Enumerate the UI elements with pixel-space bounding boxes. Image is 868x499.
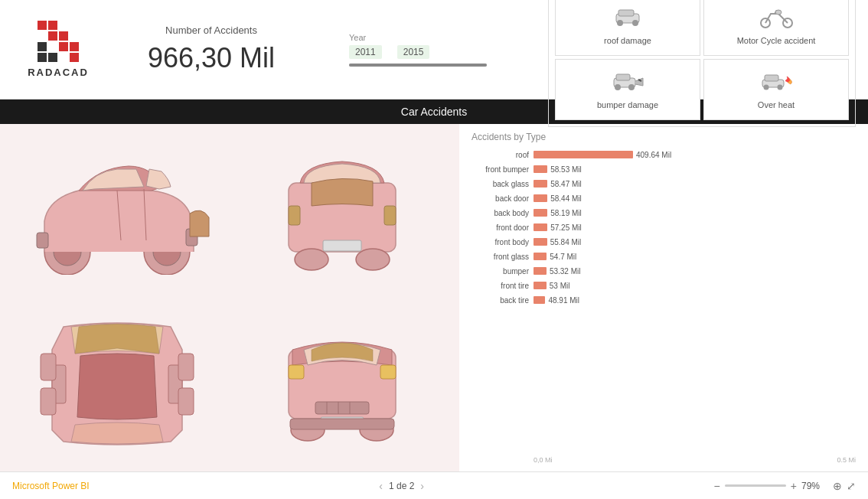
powerbi-link[interactable]: Microsoft Power BI <box>12 481 90 491</box>
year-label: Year <box>349 33 487 42</box>
logo-cell <box>70 21 79 30</box>
axis-min: 0,0 Mi <box>534 456 553 464</box>
bar-fill <box>534 238 547 246</box>
svg-rect-26 <box>384 206 396 225</box>
accident-card-motorcycle[interactable]: Motor Cycle accident <box>703 0 849 56</box>
bumper-damage-label: bumper damage <box>597 100 658 109</box>
bar-fill <box>534 296 545 304</box>
svg-rect-39 <box>315 402 369 414</box>
bar-label: front door <box>472 223 529 232</box>
bar-value: 409.64 Mil <box>636 151 671 159</box>
bar-row[interactable]: back glass58.47 Mil <box>472 178 856 190</box>
svg-rect-34 <box>41 388 56 415</box>
bar-value: 48.91 Mil <box>548 296 579 305</box>
logo-cell <box>48 31 57 41</box>
bar-track: 55.84 Mil <box>534 238 856 246</box>
svg-point-6 <box>775 10 782 15</box>
bar-label: front tire <box>472 282 529 290</box>
bar-row[interactable]: front door57.25 Mil <box>472 221 856 233</box>
zoom-level: 79% <box>801 481 828 491</box>
bar-value: 54.7 Mil <box>550 253 576 261</box>
bar-track: 58.47 Mil <box>534 180 856 188</box>
year-values: 2011 2015 <box>349 45 487 59</box>
year-end[interactable]: 2015 <box>397 45 430 59</box>
next-page-button[interactable]: › <box>420 480 424 492</box>
bar-track: 53.32 Mil <box>534 267 856 275</box>
accident-card-roof[interactable]: roof damage <box>555 0 700 56</box>
logo-grid <box>38 21 79 62</box>
svg-rect-35 <box>178 388 194 415</box>
car-side-view <box>8 132 227 295</box>
pagination: ‹ 1 de 2 › <box>379 480 424 492</box>
bar-fill <box>534 282 547 289</box>
bar-fill <box>534 165 547 173</box>
svg-point-3 <box>632 20 638 26</box>
bar-label: back tire <box>472 296 529 305</box>
bar-row[interactable]: back tire48.91 Mil <box>472 294 856 306</box>
zoom-icon[interactable]: ⊕ <box>833 480 842 492</box>
car-diagrams <box>0 124 459 471</box>
bar-track: 58.19 Mil <box>534 209 856 217</box>
bar-value: 55.84 Mil <box>550 238 582 246</box>
car-rear-view <box>233 132 452 295</box>
bar-row[interactable]: front glass54.7 Mil <box>472 250 856 263</box>
bar-track: 57.25 Mil <box>534 223 856 231</box>
logo-cell <box>48 21 57 30</box>
bar-track: 48.91 Mil <box>534 296 856 304</box>
bar-row[interactable]: front tire53 Mil <box>472 279 856 292</box>
bar-label: front bumper <box>472 165 529 174</box>
bar-fill <box>534 180 547 188</box>
svg-point-14 <box>764 85 769 90</box>
car-top-view <box>8 301 227 464</box>
logo-cell <box>38 31 47 41</box>
bar-label: front body <box>472 238 529 246</box>
page-title: Car Accidents <box>401 106 467 118</box>
logo-text: RADACAD <box>28 67 89 78</box>
zoom-controls: − + 79% ⊕ ⤢ <box>714 480 856 492</box>
bar-fill <box>534 209 547 217</box>
logo-cell <box>70 53 79 62</box>
logo-cell <box>59 21 68 30</box>
zoom-out-button[interactable]: − <box>714 480 720 492</box>
bar-value: 53.32 Mil <box>550 267 581 276</box>
svg-point-9 <box>615 84 621 90</box>
bar-track: 58.53 Mil <box>534 165 856 173</box>
bar-label: back door <box>472 194 529 203</box>
main-container: RADACAD Number of Accidents 966,30 Mil Y… <box>0 0 868 499</box>
zoom-in-button[interactable]: + <box>791 480 797 492</box>
svg-rect-27 <box>323 240 361 251</box>
fullscreen-icon[interactable]: ⤢ <box>847 480 856 492</box>
year-start[interactable]: 2011 <box>349 45 382 59</box>
bar-row[interactable]: bumper53.32 Mil <box>472 265 856 277</box>
accident-grid: roof damage Motor Cycle accident <box>555 0 849 120</box>
accident-card-bumper[interactable]: bumper damage <box>555 59 700 120</box>
year-filter: Year 2011 2015 <box>349 33 487 67</box>
metric-value: 966,30 Mil <box>148 42 275 74</box>
page-info: 1 de 2 <box>389 481 414 491</box>
bar-track: 54.7 Mil <box>534 253 856 260</box>
roof-damage-label: roof damage <box>604 36 651 45</box>
svg-rect-13 <box>765 75 778 81</box>
zoom-slider[interactable] <box>725 484 786 487</box>
svg-rect-32 <box>41 354 56 380</box>
accident-card-overheat[interactable]: Over heat <box>703 59 849 120</box>
content-area: Accidents by Type roof409.64 Milfront bu… <box>0 124 868 471</box>
svg-rect-25 <box>289 206 300 225</box>
logo-cell <box>38 53 47 62</box>
year-slider[interactable] <box>349 64 487 67</box>
svg-point-15 <box>778 85 783 90</box>
year-slider-fill <box>349 64 487 67</box>
logo-cell <box>59 42 68 51</box>
bar-row[interactable]: front body55.84 Mil <box>472 236 856 248</box>
prev-page-button[interactable]: ‹ <box>379 480 383 492</box>
car-front-view <box>233 301 452 464</box>
overheat-label: Over heat <box>758 100 795 109</box>
bar-row[interactable]: back door58.44 Mil <box>472 192 856 204</box>
bar-row[interactable]: front bumper58.53 Mil <box>472 163 856 175</box>
bar-row[interactable]: roof409.64 Mil <box>472 148 856 161</box>
bar-value: 53 Mil <box>550 282 570 290</box>
svg-rect-1 <box>618 10 634 16</box>
bar-value: 58.47 Mil <box>550 180 582 188</box>
bar-row[interactable]: back body58.19 Mil <box>472 207 856 219</box>
metric-label: Number of Accidents <box>165 24 257 36</box>
